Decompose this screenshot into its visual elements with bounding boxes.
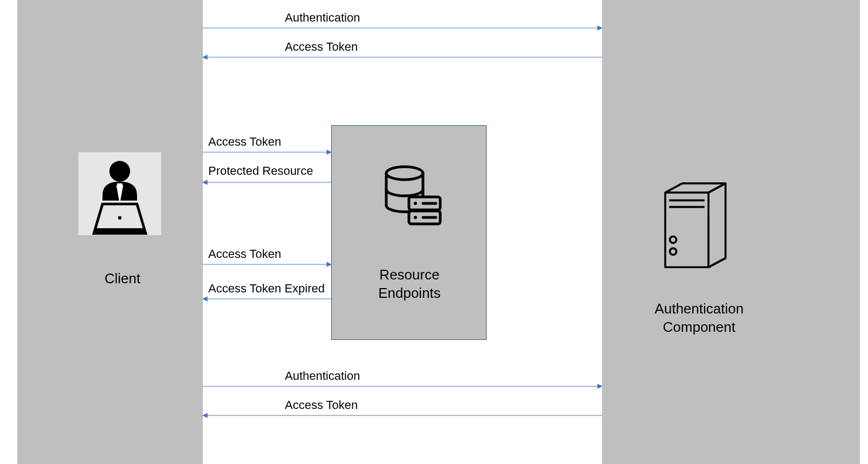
label-token-top: Access Token xyxy=(285,40,358,54)
auth-label-line1: Authentication xyxy=(655,301,744,317)
client-icon xyxy=(77,151,163,237)
auth-label-line2: Component xyxy=(663,319,735,335)
client-label: Client xyxy=(105,270,140,288)
svg-rect-6 xyxy=(95,228,144,234)
auth-panel: Authentication Component xyxy=(602,0,860,464)
label-token-expired: Access Token Expired xyxy=(208,282,325,296)
svg-point-16 xyxy=(414,216,417,219)
resource-icon xyxy=(378,163,442,228)
server-icon xyxy=(662,181,728,272)
svg-point-7 xyxy=(118,216,121,220)
label-auth-top: Authentication xyxy=(285,11,360,25)
svg-point-12 xyxy=(386,167,423,180)
client-panel: Client xyxy=(17,0,203,464)
svg-point-1 xyxy=(110,161,130,181)
auth-label: Authentication Component xyxy=(655,300,744,337)
resource-label-line1: Resource xyxy=(379,267,439,283)
svg-point-15 xyxy=(414,202,417,205)
label-token-res1: Access Token xyxy=(208,135,281,149)
resource-label-line2: Endpoints xyxy=(378,285,441,301)
resource-label: Resource Endpoints xyxy=(378,266,441,303)
svg-rect-3 xyxy=(117,183,122,188)
label-token-res2: Access Token xyxy=(208,247,281,261)
svg-point-11 xyxy=(670,248,676,255)
svg-point-10 xyxy=(670,236,676,243)
label-token-bottom: Access Token xyxy=(285,398,358,412)
resource-box: Resource Endpoints xyxy=(331,125,487,340)
label-protected-res: Protected Resource xyxy=(208,164,313,178)
label-auth-bottom: Authentication xyxy=(285,369,360,383)
